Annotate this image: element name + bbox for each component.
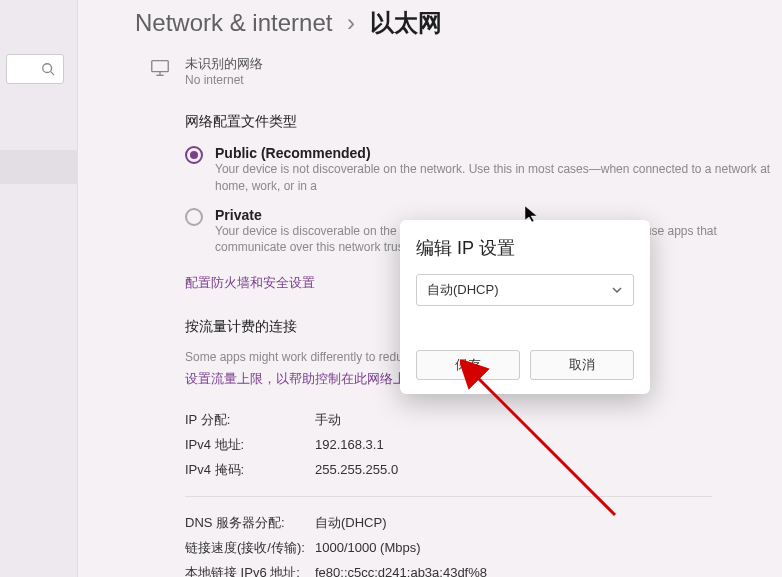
connection-status: 未识别的网络 No internet [149,55,782,87]
ip-assign-key: IP 分配: [185,408,315,433]
ip-mode-select[interactable]: 自动(DHCP) [416,274,634,306]
search-input[interactable] [6,54,64,84]
link-speed-val: 1000/1000 (Mbps) [315,536,421,561]
dns-assign-val: 自动(DHCP) [315,511,387,536]
data-limit-link[interactable]: 设置流量上限，以帮助控制在此网络上的 [185,370,419,388]
radio-icon-selected[interactable] [185,146,203,164]
ipv4-addr-val: 192.168.3.1 [315,433,384,458]
ipv6-local-key: 本地链接 IPv6 地址: [185,561,315,577]
ip-assign-val: 手动 [315,408,341,433]
radio-icon-unselected[interactable] [185,208,203,226]
ipv4-addr-key: IPv4 地址: [185,433,315,458]
ipv6-local-val: fe80::c5cc:d241:ab3a:43df%8 [315,561,487,577]
save-button[interactable]: 保存 [416,350,520,380]
sidebar-selected-item[interactable] [0,150,78,184]
svg-line-1 [51,72,55,76]
status-line1: 未识别的网络 [185,55,263,73]
breadcrumb-current: 以太网 [370,9,442,36]
breadcrumb-root[interactable]: Network & internet [135,9,332,36]
chevron-down-icon [611,284,623,296]
chevron-right-icon: › [347,9,355,36]
link-speed-key: 链接速度(接收/传输): [185,536,315,561]
cursor-icon [525,206,537,222]
dns-details: DNS 服务器分配:自动(DHCP) 链接速度(接收/传输):1000/1000… [185,511,782,577]
monitor-icon [149,57,171,79]
dns-assign-key: DNS 服务器分配: [185,511,315,536]
ipv4-mask-val: 255.255.255.0 [315,458,398,483]
ipv4-mask-key: IPv4 掩码: [185,458,315,483]
radio-public-desc: Your device is not discoverable on the n… [215,161,782,195]
ip-settings-dialog: 编辑 IP 设置 自动(DHCP) 保存 取消 [400,220,650,394]
svg-point-0 [43,64,52,73]
divider [185,496,712,497]
dialog-title: 编辑 IP 设置 [416,236,634,260]
svg-rect-2 [152,61,169,72]
cancel-button[interactable]: 取消 [530,350,634,380]
section-title-profile: 网络配置文件类型 [185,113,782,131]
radio-public-label: Public (Recommended) [215,145,782,161]
breadcrumb: Network & internet › 以太网 [115,2,782,39]
svg-marker-7 [525,206,537,222]
radio-public[interactable]: Public (Recommended) Your device is not … [185,145,782,195]
sidebar [0,0,78,577]
ip-details: IP 分配:手动 IPv4 地址:192.168.3.1 IPv4 掩码:255… [185,408,782,482]
status-line2: No internet [185,73,263,87]
firewall-link[interactable]: 配置防火墙和安全设置 [185,274,315,292]
select-value: 自动(DHCP) [427,281,499,299]
search-icon [41,62,55,76]
